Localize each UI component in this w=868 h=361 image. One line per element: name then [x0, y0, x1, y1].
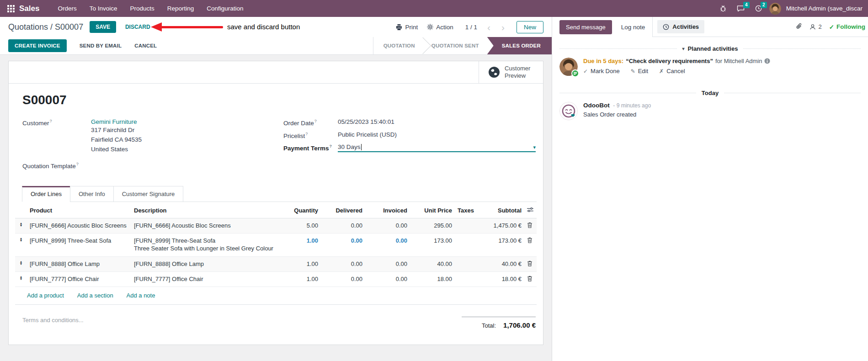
customer-preview-button[interactable]: Customer Preview [479, 61, 543, 83]
pricelist-value[interactable]: Public Pricelist (USD) [338, 131, 397, 139]
optional-columns-button[interactable] [524, 203, 537, 218]
debug-bug-icon[interactable] [717, 3, 730, 14]
table-row[interactable]: ▴▾ [FURN_7777] Office Chair [FURN_7777] … [15, 271, 537, 287]
message-author[interactable]: OdooBot [583, 102, 610, 109]
delete-line-icon[interactable] [527, 237, 533, 244]
drag-handle-icon[interactable]: ▴▾ [15, 233, 27, 256]
menu-products[interactable]: Products [124, 0, 161, 17]
order-lines-table: Product Description Quantity Delivered I… [15, 203, 537, 305]
payment-terms-input[interactable]: 30 Days ▾ [338, 143, 536, 152]
collapse-caret-icon: ▾ [682, 46, 685, 51]
menu-to-invoice[interactable]: To Invoice [83, 0, 124, 17]
add-links-row: Add a product Add a section Add a note [15, 287, 537, 304]
mark-done-button[interactable]: ✓Mark Done [583, 68, 620, 74]
tab-customer-signature[interactable]: Customer Signature [113, 186, 184, 202]
pricelist-label: Pricelist? [283, 131, 338, 139]
add-a-section-link[interactable]: Add a section [77, 292, 113, 299]
followers-button[interactable]: 2 [809, 23, 821, 30]
gear-icon [427, 24, 433, 30]
delete-line-icon[interactable] [527, 260, 533, 268]
add-a-note-link[interactable]: Add a note [127, 292, 155, 299]
user-name[interactable]: Mitchell Admin (save_discar [786, 5, 863, 12]
order-date-label: Order Date? [283, 118, 338, 127]
chatter-message: OdooBot - 9 minutes ago Sales Order crea… [559, 102, 861, 120]
order-form: Customer? Gemini Furniture 317 Fairchild… [22, 118, 537, 174]
drag-handle-icon[interactable]: ▴▾ [15, 218, 27, 233]
col-taxes[interactable]: Taxes [455, 203, 480, 218]
send-by-email-button[interactable]: SEND BY EMAIL [80, 43, 122, 48]
activity-avatar[interactable] [559, 58, 578, 76]
activities-clock-icon[interactable]: 2 [752, 3, 765, 14]
clock-icon [663, 24, 669, 30]
save-button[interactable]: SAVE [90, 21, 116, 33]
col-delivered[interactable]: Delivered [321, 203, 365, 218]
log-note-button[interactable]: Log note [621, 24, 645, 31]
planned-activities-toggle[interactable]: ▾Planned activities [682, 45, 738, 52]
statusbar: CREATE INVOICE SEND BY EMAIL CANCEL QUOT… [0, 37, 552, 55]
order-date-value[interactable]: 05/25/2023 15:40:01 [338, 118, 394, 127]
breadcrumb-quotations[interactable]: Quotations [8, 22, 48, 32]
menu-orders[interactable]: Orders [51, 0, 83, 17]
info-icon[interactable] [764, 58, 770, 64]
chatter-header: Send message Log note Activities 2 [552, 17, 868, 37]
total-box: Total: 1,706.00 € [462, 317, 536, 329]
activity-assignee: for Mitchell Admin [715, 58, 762, 64]
print-button[interactable]: Print [396, 24, 418, 31]
delete-line-icon[interactable] [527, 276, 533, 283]
activities-button[interactable]: Activities [657, 20, 704, 33]
planned-activities-divider: ▾Planned activities [559, 45, 861, 52]
edit-activity-button[interactable]: ✎Edit [631, 68, 648, 74]
stage-quotation-sent[interactable]: QUOTATION SENT [421, 37, 489, 54]
col-subtotal[interactable]: Subtotal [480, 203, 524, 218]
drag-handle-icon[interactable]: ▴▾ [15, 271, 27, 287]
odoobot-avatar[interactable] [559, 102, 578, 120]
discard-button[interactable]: DISCARD [125, 24, 150, 30]
action-button[interactable]: Action [427, 24, 453, 31]
table-row[interactable]: ▴▾ [FURN_8999] Three-Seat Sofa [FURN_899… [15, 233, 537, 256]
annotation-text: save and discard button [227, 23, 300, 31]
menu-configuration[interactable]: Configuration [200, 0, 250, 17]
app-name[interactable]: Sales [19, 4, 39, 13]
check-icon: ✓ [829, 23, 834, 31]
form-content: Customer Preview S00007 Customer? Gemini… [0, 55, 552, 361]
tab-order-lines[interactable]: Order Lines [22, 186, 70, 202]
messages-icon[interactable]: 4 [734, 3, 748, 14]
drag-handle-icon[interactable]: ▴▾ [15, 256, 27, 271]
planned-activity-item: Due in 5 days: “Check delivery requireme… [559, 58, 861, 76]
col-unit-price[interactable]: Unit Price [410, 203, 455, 218]
sliders-icon [527, 207, 533, 212]
terms-and-conditions-input[interactable]: Terms and conditions... [22, 317, 84, 329]
following-button[interactable]: ✓ Following [829, 23, 865, 31]
customer-address: 317 Fairchild Dr Fairfield CA 94535 Unit… [91, 125, 142, 154]
new-button[interactable]: New [517, 21, 543, 33]
col-product[interactable]: Product [27, 203, 131, 218]
add-a-product-link[interactable]: Add a product [27, 292, 64, 299]
paperclip-icon [796, 23, 802, 30]
col-quantity[interactable]: Quantity [285, 203, 321, 218]
cancel-button[interactable]: CANCEL [134, 43, 157, 48]
today-label: Today [702, 90, 719, 96]
user-avatar[interactable] [769, 3, 781, 15]
customer-link[interactable]: Gemini Furniture [91, 118, 137, 125]
delete-line-icon[interactable] [527, 222, 533, 229]
table-row[interactable]: ▴▾ [FURN_8888] Office Lamp [FURN_8888] O… [15, 256, 537, 271]
send-message-button[interactable]: Send message [559, 20, 612, 34]
tab-other-info[interactable]: Other Info [70, 186, 114, 202]
apps-grid-icon[interactable] [7, 5, 15, 12]
col-invoiced[interactable]: Invoiced [365, 203, 410, 218]
table-row[interactable]: ▴▾ [FURN_6666] Acoustic Bloc Screens [FU… [15, 218, 537, 233]
pager-previous-icon[interactable]: ‹ [486, 22, 491, 32]
order-sheet: Customer Preview S00007 Customer? Gemini… [8, 61, 543, 345]
create-invoice-button[interactable]: CREATE INVOICE [8, 39, 67, 52]
pager-next-icon[interactable]: › [501, 22, 506, 32]
stage-sales-order[interactable]: SALES ORDER [487, 37, 552, 54]
activity-title: “Check delivery requirements” [626, 58, 713, 64]
globe-icon [488, 66, 500, 78]
cancel-activity-button[interactable]: ✗Cancel [659, 68, 685, 74]
menu-reporting[interactable]: Reporting [161, 0, 201, 17]
col-description[interactable]: Description [131, 203, 285, 218]
annotation-arrow [161, 26, 223, 28]
message-body: Sales Order created [583, 111, 651, 118]
chevron-down-icon[interactable]: ▾ [533, 144, 536, 150]
attachment-button[interactable] [796, 23, 802, 31]
